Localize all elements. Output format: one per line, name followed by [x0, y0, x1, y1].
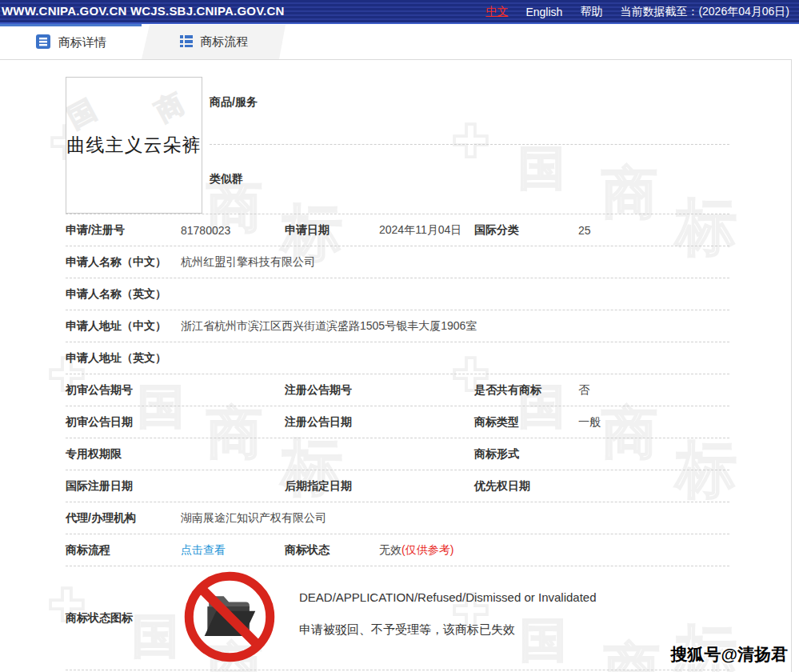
- seal-watermark-icon: 商: [151, 89, 188, 126]
- status-value-text: 无效: [379, 543, 401, 556]
- trademark-image: 国 商 曲线主义云朵裤: [66, 77, 202, 214]
- lang-english-link[interactable]: English: [525, 6, 562, 18]
- table-row: 初审公告日期 注册公告日期 商标类型 一般: [66, 406, 729, 438]
- flow-label: 商标流程: [66, 543, 110, 558]
- flow-view-link[interactable]: 点击查看: [181, 543, 226, 558]
- seal-watermark-icon: 国: [66, 95, 100, 132]
- trademark-detail-table: 国 商 曲线主义云朵裤 商品/服务 类似群 申请/注册号 81780023 申请…: [66, 60, 729, 670]
- trademark-process-icon: [179, 34, 194, 50]
- app-date-label: 申请日期: [285, 223, 330, 238]
- dead-trademark-prohibited-folder-icon: [182, 570, 277, 664]
- tm-type-value: 一般: [578, 415, 601, 430]
- trademark-details-icon: [35, 34, 51, 52]
- tab-label: 商标详情: [58, 35, 106, 50]
- tab-trademark-details[interactable]: 商标详情: [0, 24, 142, 59]
- tab-label: 商标流程: [201, 34, 249, 50]
- goods-services-label: 商品/服务: [210, 95, 258, 110]
- prelim-no-label: 初审公告期号: [66, 383, 133, 398]
- intl-class-label: 国际分类: [474, 223, 519, 238]
- agency-label: 代理/办理机构: [66, 511, 136, 526]
- table-row: 商标流程 点击查看 商标状态 无效(仅供参考): [66, 534, 729, 566]
- site-url: WWW.CNIPA.GOV.CN WCJS.SBJ.CNIPA.GOV.CN: [2, 4, 284, 18]
- reg-pub-no-label: 注册公告期号: [285, 383, 352, 398]
- top-bar: WWW.CNIPA.GOV.CN WCJS.SBJ.CNIPA.GOV.CN 中…: [0, 0, 799, 24]
- similar-group-label: 类似群: [210, 172, 243, 186]
- status-icon-label: 商标状态图标: [66, 611, 133, 626]
- intl-reg-date-label: 国际注册日期: [66, 479, 133, 494]
- prelim-date-label: 初审公告日期: [66, 415, 133, 430]
- table-row: 代理/办理机构 湖南展途汇知识产权有限公司: [66, 502, 729, 534]
- address-cn-label: 申请人地址（中文）: [66, 319, 166, 334]
- reg-no-value: 81780023: [181, 224, 230, 237]
- status-english-text: DEAD/APPLICATION/Refused/Dismissed or In…: [299, 590, 597, 604]
- lang-chinese-link[interactable]: 中文: [485, 5, 508, 19]
- trademark-detail-panel: ✚ ✚ 国 商 标 商 标 ✚ 国 商 标 ✚ 国 商 标 ✚ 国 商 ✚ 国 …: [0, 59, 792, 672]
- address-cn-value: 浙江省杭州市滨江区西兴街道滨盛路1505号银丰大厦1906室: [181, 319, 477, 334]
- trademark-image-text: 曲线主义云朵裤: [67, 133, 202, 158]
- tab-trademark-process[interactable]: 商标流程: [142, 25, 286, 59]
- table-row: 申请/注册号 81780023 申请日期 2024年11月04日 国际分类 25: [66, 214, 729, 246]
- data-cutoff-text: 当前数据截至：(2026年04月06日): [620, 5, 789, 19]
- status-icon-row: 商标状态图标 DEAD/APPLICATION/Refused/Dismisse…: [66, 566, 729, 670]
- status-note: (仅供参考): [401, 543, 453, 556]
- similar-group-row: 类似群: [210, 145, 729, 214]
- exclusive-term-label: 专用权期限: [66, 447, 122, 462]
- reg-pub-date-label: 注册公告日期: [285, 415, 352, 430]
- table-row: 申请人地址（中文） 浙江省杭州市滨江区西兴街道滨盛路1505号银丰大厦1906室: [66, 310, 729, 342]
- agency-value: 湖南展途汇知识产权有限公司: [181, 511, 326, 526]
- trademark-top-section: 国 商 曲线主义云朵裤 商品/服务 类似群: [66, 60, 729, 214]
- applicant-en-label: 申请人名称（英文）: [66, 287, 166, 302]
- help-link[interactable]: 帮助: [580, 5, 602, 19]
- goods-services-row: 商品/服务: [210, 60, 729, 145]
- status-chinese-text: 申请被驳回、不予受理等，该商标已失效: [299, 622, 515, 638]
- priority-date-label: 优先权日期: [474, 479, 530, 494]
- tab-bar: 商标详情 商标流程: [0, 24, 799, 59]
- table-row: 国际注册日期 后期指定日期 优先权日期: [66, 470, 729, 502]
- is-shared-label: 是否共有商标: [474, 383, 541, 398]
- table-row: 申请人名称（英文）: [66, 278, 729, 310]
- applicant-cn-label: 申请人名称（中文）: [66, 255, 166, 270]
- table-row: 申请人名称（中文） 杭州红盟引擎科技有限公司: [66, 246, 729, 278]
- tm-form-label: 商标形式: [474, 447, 519, 462]
- late-desig-date-label: 后期指定日期: [285, 479, 352, 494]
- status-value: 无效(仅供参考): [379, 543, 453, 558]
- intl-class-value: 25: [578, 224, 591, 237]
- address-en-label: 申请人地址（英文）: [66, 351, 166, 366]
- goods-services-block: 商品/服务 类似群: [210, 60, 729, 214]
- reg-no-label: 申请/注册号: [66, 223, 125, 238]
- topbar-links: 中文 English 帮助 当前数据截至：(2026年04月06日): [485, 5, 789, 19]
- tm-type-label: 商标类型: [474, 415, 519, 430]
- table-row: 申请人地址（英文）: [66, 342, 729, 374]
- is-shared-value: 否: [578, 383, 589, 398]
- table-row: 专用权期限 商标形式: [66, 438, 729, 470]
- app-date-value: 2024年11月04日: [379, 223, 461, 238]
- table-row: 初审公告期号 注册公告期号 是否共有商标 否: [66, 374, 729, 406]
- sohu-author-watermark: 搜狐号@清扬君: [671, 643, 788, 666]
- applicant-cn-value: 杭州红盟引擎科技有限公司: [181, 255, 315, 270]
- status-label: 商标状态: [285, 543, 330, 558]
